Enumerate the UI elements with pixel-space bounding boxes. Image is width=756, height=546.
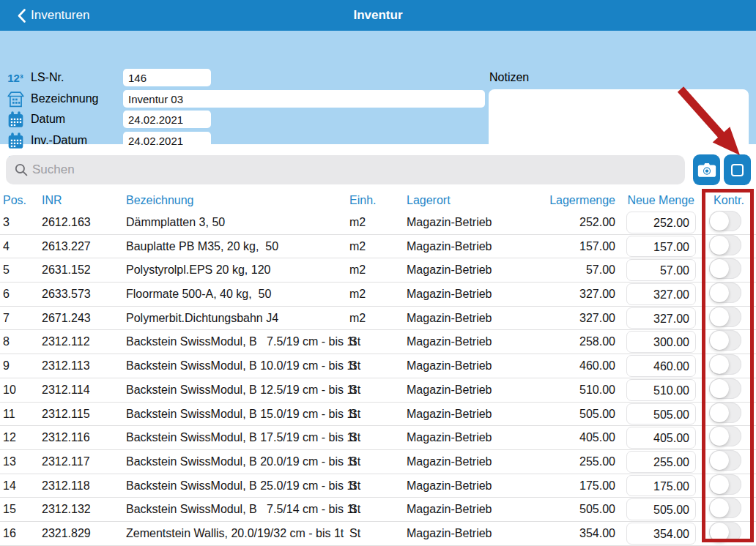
row-pos: 9: [3, 354, 36, 378]
row-bezeichnung: Polymerbit.Dichtungsbahn J4: [126, 307, 346, 330]
kontr-toggle[interactable]: [709, 354, 741, 375]
row-lagermenge: 57.00: [513, 258, 615, 282]
kontr-toggle[interactable]: [709, 330, 741, 351]
row-einheit: St: [349, 450, 401, 474]
column-header-inr[interactable]: INR: [42, 190, 62, 211]
kontr-cell: [705, 354, 746, 378]
kontr-toggle[interactable]: [709, 211, 741, 231]
column-header-lagerort[interactable]: Lagerort: [407, 190, 451, 211]
row-inr: 2671.243: [42, 307, 122, 330]
neue-menge-input[interactable]: 57.00: [626, 259, 696, 281]
neue-menge-input[interactable]: 327.00: [626, 307, 696, 329]
row-lagermenge: 460.00: [513, 354, 615, 378]
calendar-icon: [5, 110, 26, 129]
select-mode-button[interactable]: [724, 154, 751, 185]
neue-menge-input[interactable]: 405.00: [626, 427, 696, 449]
table-header: Pos. INR Bezeichnung Einh. Lagerort Lage…: [0, 190, 756, 211]
row-inr: 2633.573: [42, 283, 122, 306]
row-einheit: m2: [349, 283, 401, 306]
neue-menge-input[interactable]: 505.00: [626, 403, 696, 425]
row-lagermenge: 157.00: [513, 235, 615, 258]
toggle-knob: [710, 379, 729, 398]
neue-menge-input[interactable]: 460.00: [626, 355, 696, 377]
kontr-toggle[interactable]: [709, 403, 741, 423]
toggle-knob: [710, 498, 729, 517]
table-row: 32612.163Dämmplatten 3, 50m2Magazin-Betr…: [0, 211, 756, 235]
row-lagerort: Magazin-Betrieb: [407, 283, 516, 306]
row-lagerort: Magazin-Betrieb: [407, 211, 516, 234]
lsnr-field[interactable]: [123, 69, 211, 86]
camera-button[interactable]: [693, 154, 720, 185]
row-inr: 2312.112: [42, 330, 122, 354]
row-pos: 12: [3, 426, 36, 449]
row-lagermenge: 505.00: [513, 498, 615, 521]
kontr-toggle[interactable]: [709, 498, 741, 518]
column-header-pos[interactable]: Pos.: [3, 190, 26, 211]
neue-menge-input[interactable]: 175.00: [626, 475, 696, 497]
neue-menge-input[interactable]: 255.00: [626, 451, 696, 473]
neue-menge-input[interactable]: 157.00: [626, 236, 696, 258]
table-row: 122312.116Backstein SwissModul, B 17.5/1…: [0, 426, 756, 450]
column-header-kontr[interactable]: Kontr.: [702, 190, 756, 211]
neue-menge-input[interactable]: 354.00: [626, 523, 696, 545]
table-row: 152312.132Backstein SwissModul, B 7.5/14…: [0, 498, 756, 522]
kontr-toggle[interactable]: [709, 426, 741, 446]
kontr-toggle[interactable]: [709, 450, 741, 471]
row-lagermenge: 510.00: [513, 378, 615, 402]
inventur-screen: Inventuren Inventur 12³ LS-Nr.: [0, 0, 756, 546]
row-bezeichnung: Polystyrolpl.EPS 20 kg, 120: [126, 258, 346, 282]
neue-menge-input[interactable]: 505.00: [626, 498, 696, 520]
row-einheit: m2: [349, 211, 401, 234]
row-bezeichnung: Backstein SwissModul, B 7.5/14 cm - bis …: [126, 498, 346, 521]
row-bezeichnung: Backstein SwissModul, B 25.0/19 cm - bis…: [126, 474, 346, 498]
bezeichnung-field[interactable]: [123, 90, 485, 108]
neue-menge-input[interactable]: 300.00: [626, 331, 696, 353]
row-pos: 6: [3, 283, 36, 306]
kontr-cell: [705, 307, 746, 331]
kontr-toggle[interactable]: [709, 378, 741, 399]
row-einheit: St: [349, 474, 401, 498]
datum-field[interactable]: [123, 111, 211, 128]
row-lagerort: Magazin-Betrieb: [407, 426, 516, 449]
table-row: 142312.118Backstein SwissModul, B 25.0/1…: [0, 474, 756, 498]
inv-datum-field[interactable]: [123, 132, 211, 149]
kontr-cell: [705, 258, 746, 283]
table-row: 52631.152Polystyrolpl.EPS 20 kg, 120m2Ma…: [0, 258, 756, 283]
row-bezeichnung: Backstein SwissModul, B 17.5/19 cm - bis…: [126, 426, 346, 449]
table-row: 62633.573Floormate 500-A, 40 kg, 50m2Mag…: [0, 283, 756, 307]
kontr-toggle[interactable]: [709, 235, 741, 255]
search-input[interactable]: [32, 155, 677, 184]
row-pos: 11: [3, 403, 36, 426]
row-inr: 2312.118: [42, 474, 122, 498]
kontr-toggle[interactable]: [709, 307, 741, 327]
kontr-cell: [705, 498, 746, 522]
row-pos: 8: [3, 330, 36, 354]
row-lagerort: Magazin-Betrieb: [407, 330, 516, 354]
column-header-einheit[interactable]: Einh.: [349, 190, 376, 211]
neue-menge-input[interactable]: 327.00: [626, 283, 696, 305]
neue-menge-input[interactable]: 510.00: [626, 379, 696, 401]
row-lagerort: Magazin-Betrieb: [407, 474, 516, 498]
kontr-toggle[interactable]: [709, 258, 741, 279]
row-lagermenge: 255.00: [513, 450, 615, 474]
column-header-bezeichnung[interactable]: Bezeichnung: [126, 190, 194, 211]
kontr-toggle[interactable]: [709, 474, 741, 495]
table-body: 32612.163Dämmplatten 3, 50m2Magazin-Betr…: [0, 211, 756, 546]
neue-menge-input[interactable]: 252.00: [626, 212, 696, 233]
kontr-cell: [705, 522, 746, 546]
row-einheit: St: [349, 330, 401, 354]
nav-bar: Inventuren Inventur: [0, 0, 756, 31]
row-einheit: m2: [349, 258, 401, 282]
page-title: Inventur: [0, 0, 756, 31]
row-pos: 16: [3, 522, 36, 545]
row-lagermenge: 175.00: [513, 474, 615, 498]
row-inr: 2312.114: [42, 378, 122, 402]
kontr-cell: [705, 450, 746, 474]
row-einheit: m2: [349, 235, 401, 258]
row-inr: 2321.829: [42, 522, 122, 545]
kontr-toggle[interactable]: [709, 522, 741, 542]
kontr-toggle[interactable]: [709, 283, 741, 303]
kontr-cell: [705, 283, 746, 307]
calendar-icon: [5, 131, 26, 150]
column-header-neue-menge[interactable]: Neue Menge: [592, 190, 694, 211]
